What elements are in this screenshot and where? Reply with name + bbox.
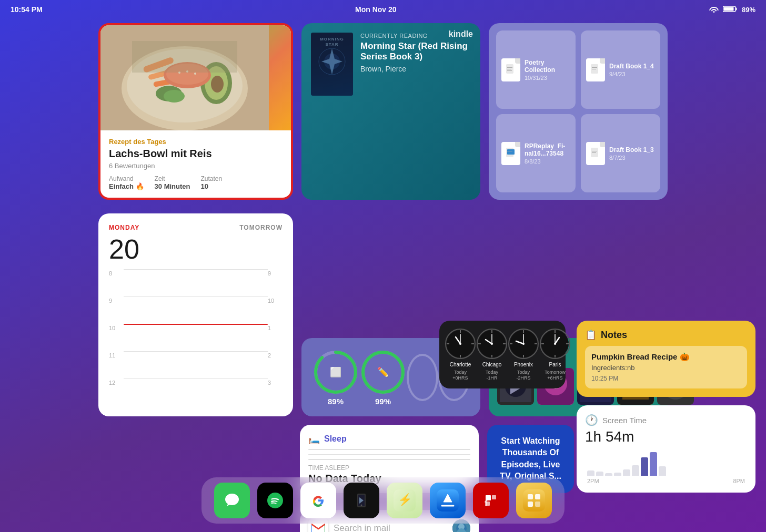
battery-circle-tablet: ⬜ <box>312 349 359 396</box>
svg-rect-118 <box>528 494 533 499</box>
bar-5 <box>623 469 630 476</box>
calendar-tomorrow: TOMORROW <box>239 224 283 231</box>
file-icon-3 <box>501 142 520 165</box>
notes-header: 📋 Notes <box>585 329 747 341</box>
recipe-ingredients: Zutaten 10 <box>200 175 222 190</box>
analog-clock-charlotte <box>445 328 476 360</box>
dock-container: ⚡ f <box>0 477 766 524</box>
svg-point-99 <box>225 494 239 505</box>
recipe-tag: Rezept des Tages <box>109 138 283 146</box>
clock-paris: Paris Tomorrow+6HRS <box>539 328 571 381</box>
svg-rect-119 <box>535 494 540 499</box>
sleep-icon: 🛏️ <box>308 433 320 445</box>
phoenix-label: Phoenix <box>514 362 533 367</box>
gmail-search[interactable]: Search in mail <box>334 523 447 533</box>
svg-point-107 <box>361 505 362 506</box>
dock-spotify[interactable] <box>257 483 293 518</box>
file-info-2: Draft Book 1_4 9/4/23 <box>609 63 654 77</box>
page-dot-1 <box>372 466 377 470</box>
dock-keePass[interactable]: ⚡ <box>387 483 422 518</box>
svg-rect-30 <box>592 69 596 69</box>
dock-messages[interactable] <box>214 483 250 518</box>
calendar-widget[interactable]: MONDAY TOMORROW 20 8 9 10 11 12 9 1 <box>98 213 293 416</box>
recipe-widget[interactable]: Rezept des Tages Lachs-Bowl mit Reis 6 B… <box>98 23 293 200</box>
svg-point-40 <box>363 352 403 392</box>
bar-4 <box>614 473 621 476</box>
notes-content: Pumpkin Bread Recipe 🎃 Ingredients:nb 10… <box>585 346 747 388</box>
paris-label: Paris <box>549 362 561 367</box>
kindle-widget[interactable]: MORNING STAR CURRENTLY READING Morning S… <box>301 23 480 200</box>
file-item-2[interactable]: Draft Book 1_4 9/4/23 <box>581 30 660 109</box>
sleep-lines <box>308 449 470 460</box>
status-right: 89% <box>709 5 755 14</box>
dock-appstore[interactable] <box>430 483 466 518</box>
clock-charlotte: Charlotte Today+0HRS <box>445 328 476 381</box>
file-info-1: Poetry Collection 10/31/23 <box>525 59 570 81</box>
charlotte-label: Charlotte <box>450 362 471 367</box>
svg-rect-35 <box>592 151 597 151</box>
svg-point-97 <box>554 343 556 345</box>
bar-3 <box>605 473 612 476</box>
recipe-rating: 6 Bewertungen <box>109 162 283 170</box>
svg-point-38 <box>316 352 356 392</box>
file-info-3: RPReplay_Fi­nal16...73548 8/8/23 <box>525 142 570 165</box>
sleep-header: 🛏️ Sleep <box>308 433 470 445</box>
chicago-label: Chicago <box>482 362 502 367</box>
bar-8 <box>650 452 657 476</box>
screentime-icon: 🕐 <box>585 414 598 426</box>
notes-icon: 📋 <box>585 329 597 341</box>
recipe-content: Rezept des Tages Lachs-Bowl mit Reis 6 B… <box>100 130 291 198</box>
file-icon-2 <box>586 58 605 81</box>
file-icon-4 <box>586 142 605 165</box>
charlotte-sub: Today+0HRS <box>452 370 468 381</box>
sleep-title: Sleep <box>324 434 347 444</box>
svg-text:⚡: ⚡ <box>398 493 412 507</box>
files-widget[interactable]: Poetry Collection 10/31/23 Draft Book 1_… <box>489 23 668 200</box>
svg-text:f: f <box>485 499 488 508</box>
kindle-book-cover: MORNING STAR <box>311 33 353 96</box>
status-bar: 10:54 PM Mon Nov 20 89% <box>0 0 766 19</box>
svg-rect-117 <box>523 489 545 511</box>
svg-rect-114 <box>492 495 496 499</box>
file-item-4[interactable]: Draft Book 1_3 8/7/23 <box>581 114 660 192</box>
battery-percent-pencil: 99% <box>375 397 391 406</box>
svg-rect-36 <box>592 152 596 153</box>
battery-item-pencil: ✏️ 99% <box>359 349 407 406</box>
clock-chicago: Chicago Today-1HR <box>476 328 508 381</box>
svg-point-88 <box>522 343 525 345</box>
kindle-logo: kindle <box>449 29 473 39</box>
svg-point-79 <box>491 343 493 345</box>
svg-rect-33 <box>507 151 512 151</box>
battery-percent: 89% <box>742 6 755 14</box>
dock-google[interactable] <box>300 483 336 518</box>
tv-text: Start Watching Thousands Of Episodes, Li… <box>496 435 566 483</box>
bar-2 <box>596 472 603 476</box>
screentime-time: 1h 54m <box>585 428 747 445</box>
status-time: 10:54 PM <box>11 5 43 14</box>
wifi-icon <box>709 5 719 14</box>
kindle-book-title: Morning Star (Red Rising Series Book 3) <box>360 41 471 63</box>
dock-flipboard[interactable]: f <box>473 483 509 518</box>
notes-widget[interactable]: 📋 Notes Pumpkin Bread Recipe 🎃 Ingredien… <box>577 321 755 397</box>
recipe-title: Lachs-Bowl mit Reis <box>109 148 283 160</box>
screentime-chart <box>585 449 747 476</box>
file-item-3[interactable]: RPReplay_Fi­nal16...73548 8/8/23 <box>496 114 576 192</box>
chicago-sub: Today-1HR <box>486 370 498 381</box>
status-date: Mon Nov 20 <box>355 5 397 14</box>
dock-widgetsmith[interactable] <box>516 483 552 518</box>
svg-point-70 <box>459 343 461 345</box>
svg-point-102 <box>267 493 283 508</box>
calendar-day: MONDAY <box>109 224 139 231</box>
battery-item-tablet: ⬜ 89% <box>312 349 359 406</box>
file-item-1[interactable]: Poetry Collection 10/31/23 <box>496 30 576 109</box>
battery-empty-1 <box>407 354 438 401</box>
kindle-author: Brown, Pierce <box>360 65 471 73</box>
recipe-time: Zeit 30 Minuten <box>155 175 190 190</box>
row1: Rezept des Tages Lachs-Bowl mit Reis 6 B… <box>0 19 766 205</box>
battery-circle-pencil: ✏️ <box>359 349 407 396</box>
svg-rect-27 <box>507 70 512 71</box>
analog-clock-phoenix <box>508 328 539 360</box>
clock-widget: Charlotte Today+0HRS Chicago <box>439 321 566 388</box>
notes-title: Notes <box>601 330 627 341</box>
dock-kindle[interactable] <box>344 483 379 518</box>
